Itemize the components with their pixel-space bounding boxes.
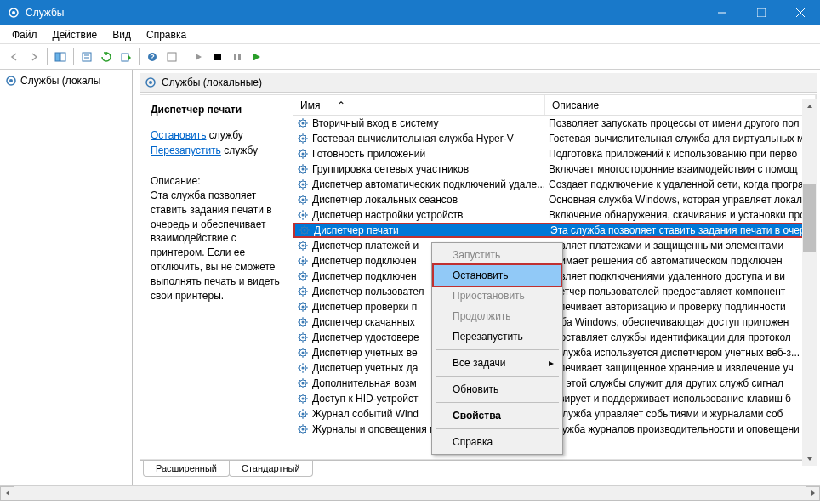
svg-text:?: ? xyxy=(150,53,155,61)
service-row[interactable]: Гостевая вычислительная служба Hyper-VГо… xyxy=(293,131,816,146)
scroll-right-button[interactable] xyxy=(806,486,820,501)
svg-rect-18 xyxy=(253,54,254,60)
horizontal-scrollbar[interactable] xyxy=(0,485,820,500)
show-hide-tree-button[interactable] xyxy=(51,48,70,66)
service-name: Группировка сетевых участников xyxy=(312,163,469,175)
titlebar: Службы xyxy=(0,0,820,25)
scroll-thumb[interactable] xyxy=(803,184,816,252)
tab-extended[interactable]: Расширенный xyxy=(143,461,230,477)
gear-icon xyxy=(297,408,309,420)
service-description: Позволяет запускать процессы от имени др… xyxy=(545,117,816,129)
tree-item-services[interactable]: Службы (локалы xyxy=(3,73,128,88)
scroll-up-button[interactable] xyxy=(802,99,817,113)
service-row[interactable]: Вторичный вход в системуПозволяет запуск… xyxy=(293,116,816,131)
ctx-pause: Приостановить xyxy=(434,286,561,306)
service-description: тивирует и поддерживает использование кл… xyxy=(545,393,816,405)
menu-action[interactable]: Действие xyxy=(46,28,105,41)
service-description: едоставляет службы идентификации для про… xyxy=(545,331,816,343)
export-button[interactable] xyxy=(117,48,135,66)
gear-icon xyxy=(297,316,309,328)
service-description: спетчер пользователей предоставляет комп… xyxy=(545,286,816,297)
gear-icon xyxy=(297,423,309,435)
svg-point-24 xyxy=(302,122,305,125)
menu-help[interactable]: Справка xyxy=(140,28,193,41)
restart-service-link[interactable]: Перезапустить xyxy=(151,144,221,156)
gear-icon xyxy=(297,347,309,359)
service-name: Гостевая вычислительная служба Hyper-V xyxy=(312,133,514,144)
restart-button[interactable] xyxy=(248,48,266,66)
vertical-scrollbar[interactable] xyxy=(802,99,817,466)
scroll-down-button[interactable] xyxy=(802,451,817,466)
close-button[interactable] xyxy=(781,0,820,25)
service-row[interactable]: Диспетчер печатиЭта служба позволяет ста… xyxy=(293,223,816,238)
maximize-button[interactable] xyxy=(742,0,781,25)
gear-icon xyxy=(297,301,309,313)
ctx-help[interactable]: Справка xyxy=(434,432,561,452)
service-row[interactable]: Диспетчер автоматических подключений уда… xyxy=(293,177,816,192)
scroll-left-button[interactable] xyxy=(0,486,14,501)
service-row[interactable]: Группировка сетевых участниковВключает м… xyxy=(293,161,816,177)
tab-standard[interactable]: Стандартный xyxy=(229,461,313,477)
gear-icon xyxy=(297,240,309,252)
service-description: ужба Windows, обеспечивающая доступ прил… xyxy=(545,316,816,328)
svg-rect-6 xyxy=(55,53,60,61)
app-icon xyxy=(7,6,20,20)
svg-point-46 xyxy=(302,291,305,293)
column-header-description[interactable]: Описание xyxy=(545,95,816,115)
gear-icon xyxy=(297,362,309,374)
menu-file[interactable]: Файл xyxy=(5,28,44,41)
service-name: Дополнительная возм xyxy=(312,377,417,389)
service-row[interactable]: Диспетчер настройки устройствВключение о… xyxy=(293,207,816,223)
ctx-alltasks[interactable]: Все задачи▸ xyxy=(434,353,561,373)
gear-icon xyxy=(299,224,310,236)
gear-icon xyxy=(297,178,309,190)
svg-rect-14 xyxy=(168,53,176,61)
pane-title-text: Службы (локальные) xyxy=(162,76,262,88)
service-name: Журнал событий Wind xyxy=(312,408,419,420)
column-header-name[interactable]: Имя⌃ xyxy=(293,95,545,115)
gear-icon xyxy=(297,194,309,206)
gear-icon xyxy=(297,377,309,389)
description-label: Описание: xyxy=(151,175,283,187)
svg-point-52 xyxy=(302,337,305,339)
nav-forward-button xyxy=(25,48,43,66)
ctx-refresh[interactable]: Обновить xyxy=(434,379,561,399)
svg-point-56 xyxy=(302,367,305,370)
properties-button[interactable] xyxy=(77,48,96,66)
service-description: равляет подключениями удаленного доступа… xyxy=(545,270,816,282)
svg-rect-17 xyxy=(238,54,241,60)
gear-icon xyxy=(297,148,309,160)
menu-view[interactable]: Вид xyxy=(105,28,138,41)
minimize-button[interactable] xyxy=(703,0,742,25)
service-name: Диспетчер настройки устройств xyxy=(312,209,463,221)
service-name: Диспетчер подключен xyxy=(312,255,417,267)
ctx-restart[interactable]: Перезапустить xyxy=(434,326,561,347)
sort-indicator-icon: ⌃ xyxy=(337,99,345,111)
svg-point-38 xyxy=(304,229,306,232)
play-button xyxy=(189,48,208,66)
service-name: Диспетчер подключен xyxy=(312,270,417,282)
stop-button[interactable] xyxy=(208,48,227,66)
svg-point-64 xyxy=(302,428,305,431)
description-text: Эта служба позволяет ставить задания печ… xyxy=(151,189,283,303)
help2-button[interactable] xyxy=(162,48,181,66)
stop-service-link[interactable]: Остановить xyxy=(151,129,207,141)
service-row[interactable]: Диспетчер локальных сеансовОсновная служ… xyxy=(293,192,816,207)
gear-icon xyxy=(297,286,309,297)
service-description: а служба управляет событиями и журналами… xyxy=(545,408,816,420)
refresh-button[interactable] xyxy=(97,48,116,66)
ctx-properties[interactable]: Свойства xyxy=(434,405,561,426)
svg-point-48 xyxy=(302,306,305,309)
service-description: равляет платежами и защищенными элемента… xyxy=(545,240,816,252)
service-row[interactable]: Готовность приложенийПодготовка приложен… xyxy=(293,146,816,161)
svg-rect-15 xyxy=(214,54,221,60)
gear-icon xyxy=(297,255,309,267)
svg-point-1 xyxy=(12,11,15,14)
service-description: еспечивает авторизацию и проверку подлин… xyxy=(545,301,816,313)
help-button[interactable]: ? xyxy=(143,48,162,66)
ctx-stop[interactable]: Остановить xyxy=(432,263,562,287)
service-name: Диспетчер удостовере xyxy=(312,331,419,343)
selected-service-name: Диспетчер печати xyxy=(151,104,283,116)
svg-rect-7 xyxy=(60,53,65,61)
service-description: Эта служба позволяет ставить задания печ… xyxy=(547,224,814,236)
